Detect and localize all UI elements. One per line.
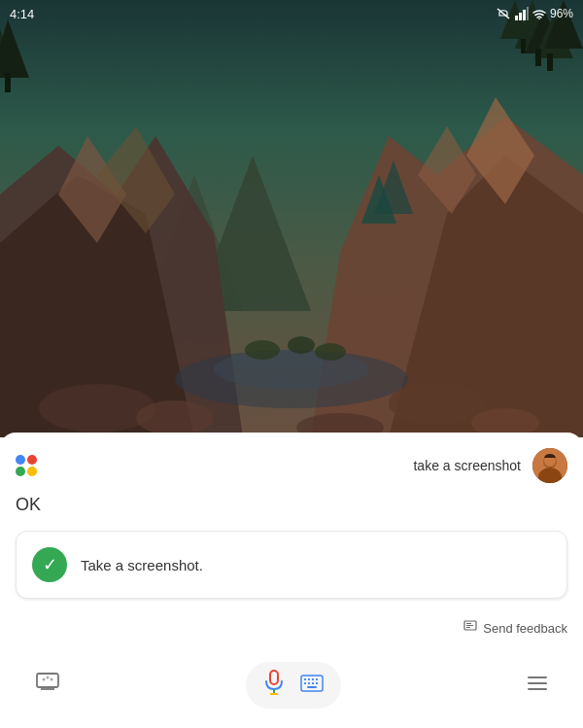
svg-rect-46 [466, 625, 473, 626]
logo-dot-yellow [27, 467, 37, 476]
wallpaper [0, 0, 583, 437]
logo-dot-blue [16, 455, 25, 465]
feedback-row: Send feedback [16, 612, 567, 644]
feedback-label: Send feedback [483, 621, 567, 636]
microphone-button[interactable] [263, 670, 285, 701]
user-avatar[interactable] [532, 448, 567, 483]
battery-text: 96% [550, 7, 573, 20]
bottom-toolbar [16, 654, 567, 728]
svg-rect-45 [466, 623, 471, 624]
svg-rect-16 [521, 39, 526, 53]
assistant-tv-icon[interactable] [27, 664, 68, 707]
svg-rect-65 [316, 682, 318, 684]
status-time: 4:14 [10, 7, 34, 21]
svg-point-53 [51, 678, 53, 681]
keyboard-button[interactable] [300, 675, 324, 697]
svg-rect-38 [527, 7, 529, 20]
wifi-icon [532, 9, 546, 19]
screenshot-card: ✓ Take a screenshot. [16, 531, 567, 599]
check-icon: ✓ [32, 547, 67, 582]
svg-rect-66 [307, 686, 317, 688]
silent-icon [496, 7, 511, 20]
svg-rect-47 [466, 627, 470, 628]
status-icons: 96% [496, 7, 573, 20]
status-bar: 4:14 96% [0, 0, 583, 27]
query-text: take a screenshot [413, 458, 521, 473]
svg-rect-21 [5, 73, 11, 92]
signal-icon [515, 7, 529, 20]
svg-point-23 [214, 350, 369, 389]
svg-rect-61 [316, 678, 318, 680]
svg-rect-58 [304, 678, 306, 680]
svg-rect-64 [312, 682, 314, 684]
assistant-header: take a screenshot [16, 448, 567, 483]
svg-rect-17 [535, 49, 541, 66]
svg-rect-62 [304, 682, 306, 684]
send-feedback-button[interactable]: Send feedback [463, 620, 567, 637]
google-assistant-logo [16, 455, 37, 476]
ok-text: OK [16, 495, 567, 515]
svg-rect-35 [515, 16, 518, 20]
mic-keyboard-bar [246, 662, 341, 709]
svg-rect-59 [308, 678, 310, 680]
feedback-icon [463, 620, 477, 637]
svg-point-51 [43, 678, 46, 681]
svg-point-25 [136, 400, 214, 435]
svg-rect-48 [37, 674, 58, 687]
logo-dot-red [27, 455, 37, 465]
svg-rect-60 [312, 678, 314, 680]
svg-rect-63 [308, 682, 310, 684]
logo-dot-green [16, 467, 25, 476]
menu-icon[interactable] [519, 665, 556, 706]
svg-point-24 [39, 384, 155, 433]
svg-point-52 [47, 676, 50, 679]
svg-rect-18 [547, 53, 553, 71]
svg-point-39 [538, 18, 540, 19]
svg-rect-54 [270, 671, 278, 684]
svg-rect-36 [519, 13, 522, 20]
svg-point-26 [389, 382, 486, 425]
screenshot-text: Take a screenshot. [81, 557, 203, 573]
svg-point-29 [245, 340, 280, 360]
assistant-sheet: take a screenshot OK ✓ Take a screenshot… [0, 433, 583, 728]
svg-point-31 [315, 343, 346, 361]
svg-point-30 [288, 336, 315, 354]
svg-rect-37 [523, 10, 526, 20]
query-and-avatar: take a screenshot [413, 448, 567, 483]
